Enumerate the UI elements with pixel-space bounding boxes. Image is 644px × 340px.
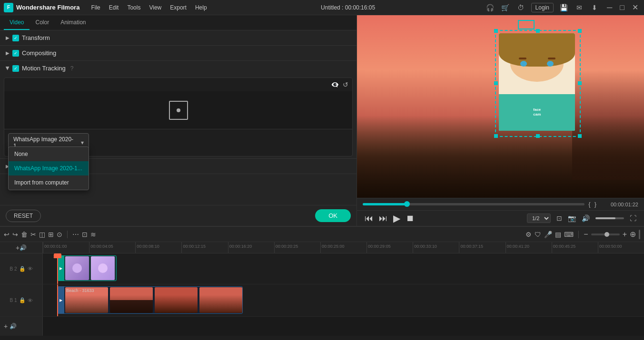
track-rows: B 2 🔒 👁 ✂ ▶ (0, 253, 644, 340)
mt-reset-button[interactable]: ↺ (343, 81, 348, 88)
tl-trim-button[interactable]: ◫ (39, 231, 45, 238)
menu-file[interactable]: File (87, 2, 104, 13)
minimize-button[interactable]: ─ (605, 3, 614, 12)
tl-voice-button[interactable]: 🎤 (544, 231, 552, 238)
motion-tracking-help[interactable]: ? (70, 65, 74, 72)
motion-tracking-header[interactable]: ▶ Motion Tracking ? (0, 61, 357, 76)
cart-icon[interactable]: 🛒 (501, 3, 510, 12)
right-crowd (572, 70, 644, 179)
ruler-tick-4: 00:00:12:15 (181, 242, 228, 253)
tl-redo-button[interactable]: ↪ (12, 231, 18, 238)
tl-undo-button[interactable]: ↩ (4, 231, 10, 238)
mt-hide-button[interactable]: 👁‍🗨 (331, 81, 339, 88)
menu-help[interactable]: Help (191, 2, 211, 13)
screenshot-button[interactable]: 📷 (568, 214, 576, 222)
timer-icon[interactable]: ⏱ (516, 3, 525, 12)
tl-auto-button[interactable]: ▤ (555, 231, 561, 238)
tl-effects-button[interactable]: ⚙ (525, 231, 532, 238)
dropdown-item-whatsapp[interactable]: WhatsApp Image 2020-1... (9, 161, 89, 175)
ruler-side: + 🔊 (0, 242, 43, 253)
zoom-slider[interactable] (591, 233, 620, 235)
play-button[interactable]: ▶ (393, 213, 400, 224)
tl-caption-button[interactable]: ⌨ (564, 231, 574, 238)
avatar-image: facecam (499, 33, 575, 131)
zoom-in-button[interactable]: + (623, 230, 627, 239)
motion-tracking-checkbox[interactable] (12, 65, 19, 72)
compositing-checkbox[interactable] (12, 50, 19, 57)
volume-button[interactable]: 🔊 (582, 214, 590, 222)
login-button[interactable]: Login (531, 3, 554, 12)
tl-add-button[interactable]: ⊕ (630, 230, 636, 239)
video-clip-handle: ▶ (58, 287, 64, 313)
transform-section: ▶ Transform (0, 30, 357, 46)
stop-button[interactable]: ⏹ (406, 214, 415, 223)
ruler-tick-12: 00:00:45:25 (552, 242, 598, 253)
add-track-button[interactable]: + (16, 244, 20, 252)
menu-bar: File Edit Tools View Export Help (87, 2, 210, 13)
handle-tl (494, 29, 498, 33)
mail-icon[interactable]: ✉ (575, 3, 584, 12)
tab-animation[interactable]: Animation (55, 15, 91, 30)
panel-tabs: Video Color Animation (0, 15, 357, 30)
speed-select[interactable]: 1/2 1/1 2x (527, 214, 551, 223)
tl-split-button[interactable]: ⊞ (48, 231, 54, 238)
tl-ripple-button[interactable]: ⋯ (72, 231, 79, 238)
handle-lm (494, 81, 498, 85)
timeline: ↩ ↪ 🗑 ✂ ◫ ⊞ ⊙ ⋯ ⊡ ≋ ⚙ 🛡 🎤 ▤ ⌨ − + ⊕ (0, 226, 644, 340)
logo-icon: F (4, 3, 13, 12)
add-audio-button[interactable]: + (4, 322, 8, 330)
track-content-1: ▶ Beach - 31633 (43, 284, 644, 316)
transform-checkbox[interactable] (12, 35, 19, 41)
close-button[interactable]: ✕ (630, 3, 640, 12)
track-lock-1[interactable]: 🔒 (19, 297, 26, 303)
thumb-avatar-2 (98, 263, 108, 273)
track-eye-2[interactable]: 👁 (28, 266, 33, 272)
step-back-button[interactable]: ⏮ (365, 214, 373, 223)
dropdown-item-import[interactable]: Import from computer (9, 175, 89, 190)
tl-delete-button[interactable]: 🗑 (21, 231, 28, 238)
avatar-clip[interactable]: ▶ WhatsApp Image 202 (57, 255, 117, 281)
maximize-button[interactable]: □ (618, 3, 626, 12)
tl-cut-button[interactable]: ✂ (30, 231, 36, 238)
transform-header[interactable]: ▶ Transform (0, 30, 357, 45)
video-clip[interactable]: ▶ Beach - 31633 (57, 286, 243, 314)
ruler-marks: 00:00:01:00 00:00:04:05 00:00:08:10 00:0… (43, 242, 644, 253)
menu-view[interactable]: View (145, 2, 165, 13)
tab-video[interactable]: Video (4, 15, 30, 30)
menu-export[interactable]: Export (166, 2, 190, 13)
track-lock-2[interactable]: 🔒 (19, 266, 26, 272)
menu-tools[interactable]: Tools (123, 2, 144, 13)
tl-copy-button[interactable]: ⊙ (57, 231, 62, 238)
tab-color[interactable]: Color (30, 15, 55, 30)
track-content-2: ✂ ▶ WhatsApp Image 202 (43, 253, 644, 284)
headphones-icon[interactable]: 🎧 (485, 3, 495, 12)
download-icon[interactable]: ⬇ (590, 3, 599, 12)
menu-edit[interactable]: Edit (105, 2, 123, 13)
transform-label: Transform (22, 34, 50, 41)
save-icon[interactable]: 💾 (559, 3, 569, 12)
volume-fill (595, 217, 615, 219)
preview-content: facecam (357, 15, 644, 198)
track-eye-1[interactable]: 👁 (28, 298, 33, 303)
ruler-tick-11: 00:00:41:20 (505, 242, 552, 253)
reset-button[interactable]: RESET (6, 210, 41, 222)
compositing-header[interactable]: ▶ Compositing (0, 46, 357, 60)
rewind-button[interactable]: ⏭ (379, 214, 387, 223)
fullscreen-button[interactable]: ⛶ (630, 214, 636, 222)
track-num-2: B 2 (10, 266, 17, 272)
chevron-down-icon: ▾ (81, 139, 84, 146)
screen-mirror-button[interactable]: ⊡ (556, 214, 562, 222)
tl-mask-button[interactable]: 🛡 (535, 231, 541, 238)
left-panel: Video Color Animation ▶ Transform (0, 15, 357, 226)
avatar-brow-left (519, 58, 526, 59)
tl-color-button[interactable]: ≋ (90, 231, 96, 238)
progress-bar[interactable] (363, 203, 585, 205)
volume-track2-button[interactable]: 🔊 (10, 323, 17, 330)
ok-button[interactable]: OK (315, 209, 351, 222)
zoom-out-button[interactable]: − (584, 230, 588, 239)
volume-track-button[interactable]: 🔊 (20, 244, 27, 251)
progress-fill (363, 203, 407, 205)
tl-crop-button[interactable]: ⊡ (82, 231, 88, 238)
dropdown-item-none[interactable]: None (9, 147, 89, 161)
mt-preview (4, 91, 352, 129)
